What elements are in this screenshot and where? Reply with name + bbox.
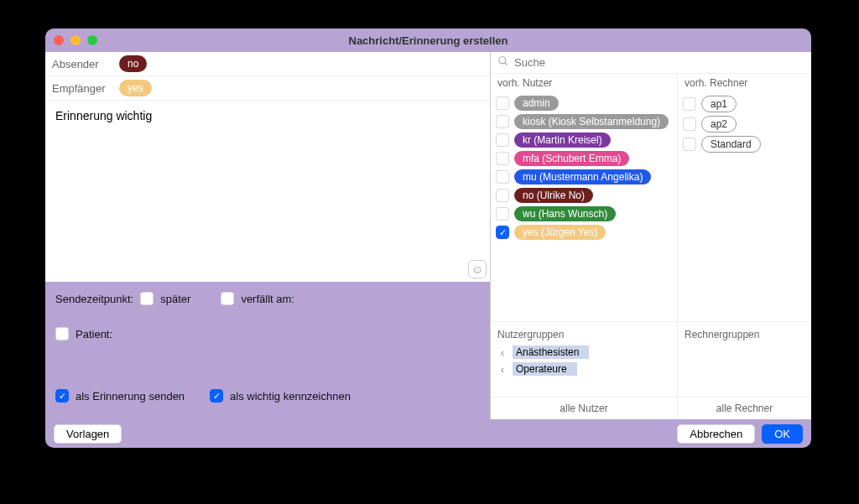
user-groups-column: Nutzergruppen ‹Anästhesisten‹Operateure: [491, 322, 677, 397]
reminder-checkbox[interactable]: ✓: [55, 389, 69, 403]
maximize-icon[interactable]: [87, 35, 97, 45]
header-rows: Absender no Empfänger yes: [45, 52, 490, 101]
chevron-left-icon: ‹: [497, 363, 508, 376]
user-pill[interactable]: wu (Hans Wunsch): [514, 206, 616, 221]
machine-row: ap2: [683, 114, 806, 134]
svg-line-1: [505, 63, 508, 65]
recipient-row: Empfänger yes: [45, 76, 490, 101]
message-text: Erinnerung wichtig: [55, 109, 152, 122]
reminder-label: als Erinnerung senden: [75, 390, 185, 403]
machine-pill[interactable]: ap1: [701, 96, 737, 112]
machine-pill[interactable]: Standard: [701, 136, 761, 153]
chevron-left-icon: ‹: [497, 346, 508, 359]
titlebar: Nachricht/Erinnerung erstellen: [45, 29, 811, 52]
sender-row: Absender no: [45, 52, 490, 76]
machine-checkbox[interactable]: [683, 138, 696, 151]
user-checkbox[interactable]: ✓: [496, 226, 509, 239]
search-row: [491, 52, 811, 74]
user-checkbox[interactable]: [496, 115, 509, 128]
machines-header: vorh. Rechner: [678, 74, 811, 92]
content: Absender no Empfänger yes Erinnerung wic…: [45, 52, 811, 419]
options-area: Sendezeitpunkt: später verfällt am: Pati…: [45, 282, 490, 419]
dialog-window: Nachricht/Erinnerung erstellen Absender …: [45, 29, 811, 448]
groups-row: Nutzergruppen ‹Anästhesisten‹Operateure …: [491, 321, 811, 397]
user-checkbox[interactable]: [496, 152, 509, 165]
all-machines-button[interactable]: alle Rechner: [677, 397, 811, 419]
user-pill[interactable]: yes (Jürgen Yes): [514, 225, 606, 240]
templates-button[interactable]: Vorlagen: [54, 424, 122, 444]
window-title: Nachricht/Erinnerung erstellen: [45, 34, 811, 47]
user-row: ✓yes (Jürgen Yes): [496, 223, 672, 242]
user-row: mu (Mustermann Angelika): [496, 168, 672, 186]
user-groups-header: Nutzergruppen: [497, 325, 670, 344]
machines-column: vorh. Rechner ap1ap2Standard: [677, 74, 811, 321]
right-column: vorh. Nutzer adminkiosk (Kiosk Selbstanm…: [490, 52, 811, 419]
machine-checkbox[interactable]: [683, 117, 696, 131]
close-icon[interactable]: [54, 35, 64, 45]
user-pill[interactable]: mfa (Schubert Emma): [514, 151, 629, 166]
message-textarea[interactable]: Erinnerung wichtig ☺: [45, 101, 490, 282]
later-checkbox[interactable]: [140, 292, 154, 305]
all-users-button[interactable]: alle Nutzer: [491, 397, 677, 419]
important-label: als wichtig kennzeichnen: [230, 390, 351, 403]
machine-pill[interactable]: ap2: [701, 116, 737, 132]
expires-checkbox[interactable]: [221, 292, 234, 305]
patient-label: Patient:: [75, 328, 112, 340]
machine-row: ap1: [683, 94, 806, 114]
user-row: no (Ulrike No): [496, 186, 672, 205]
machine-checkbox[interactable]: [683, 97, 696, 111]
user-pill[interactable]: kr (Martin Kreisel): [514, 132, 611, 148]
smile-icon: ☺: [471, 262, 483, 276]
recipient-badge: yes: [119, 80, 152, 96]
important-checkbox[interactable]: ✓: [210, 389, 223, 403]
traffic-lights: [54, 35, 97, 45]
bottom-bar: Vorlagen Abbrechen OK: [45, 419, 811, 448]
later-label: später: [160, 293, 190, 305]
user-row: mfa (Schubert Emma): [496, 149, 672, 168]
user-row: kiosk (Kiosk Selbstanmeldung): [496, 112, 672, 131]
user-checkbox[interactable]: [496, 96, 509, 110]
user-groups-list: ‹Anästhesisten‹Operateure: [497, 344, 670, 377]
left-column: Absender no Empfänger yes Erinnerung wic…: [45, 52, 490, 419]
cancel-button[interactable]: Abbrechen: [677, 424, 755, 444]
group-chip: Anästhesisten: [513, 346, 589, 359]
patient-row: Patient:: [55, 327, 480, 340]
user-checkbox[interactable]: [496, 207, 509, 221]
group-chip: Operateure: [513, 362, 577, 376]
users-list: adminkiosk (Kiosk Selbstanmeldung)kr (Ma…: [491, 92, 677, 321]
user-pill[interactable]: no (Ulrike No): [514, 188, 593, 203]
ok-button[interactable]: OK: [762, 424, 803, 444]
minimize-icon[interactable]: [70, 35, 81, 45]
expires-label: verfällt am:: [241, 293, 294, 305]
user-group-item[interactable]: ‹Operateure: [497, 361, 670, 377]
user-row: wu (Hans Wunsch): [496, 205, 672, 223]
user-pill[interactable]: kiosk (Kiosk Selbstanmeldung): [514, 114, 669, 129]
recipient-label: Empfänger: [52, 82, 111, 95]
user-checkbox[interactable]: [496, 133, 509, 147]
send-time-row: Sendezeitpunkt: später verfällt am:: [55, 292, 480, 305]
user-group-item[interactable]: ‹Anästhesisten: [497, 344, 670, 361]
patient-checkbox[interactable]: [55, 327, 69, 340]
user-row: admin: [496, 94, 672, 112]
user-checkbox[interactable]: [496, 170, 509, 184]
users-column: vorh. Nutzer adminkiosk (Kiosk Selbstanm…: [491, 74, 677, 321]
sender-badge: no: [119, 55, 147, 72]
machine-row: Standard: [683, 134, 806, 154]
machine-groups-column: Rechnergruppen: [677, 322, 811, 397]
user-pill[interactable]: admin: [514, 96, 559, 111]
sender-label: Absender: [52, 58, 111, 70]
search-input[interactable]: [514, 56, 804, 69]
machines-list: ap1ap2Standard: [678, 92, 811, 321]
search-icon: [497, 55, 509, 70]
emoji-button[interactable]: ☺: [468, 260, 487, 278]
all-row: alle Nutzer alle Rechner: [491, 397, 811, 419]
user-row: kr (Martin Kreisel): [496, 131, 672, 149]
user-checkbox[interactable]: [496, 189, 509, 202]
user-machine-split: vorh. Nutzer adminkiosk (Kiosk Selbstanm…: [491, 74, 811, 321]
user-pill[interactable]: mu (Mustermann Angelika): [514, 169, 651, 184]
users-header: vorh. Nutzer: [491, 74, 677, 92]
send-time-label: Sendezeitpunkt:: [55, 293, 133, 305]
machine-groups-header: Rechnergruppen: [685, 325, 804, 344]
svg-point-0: [499, 57, 506, 64]
